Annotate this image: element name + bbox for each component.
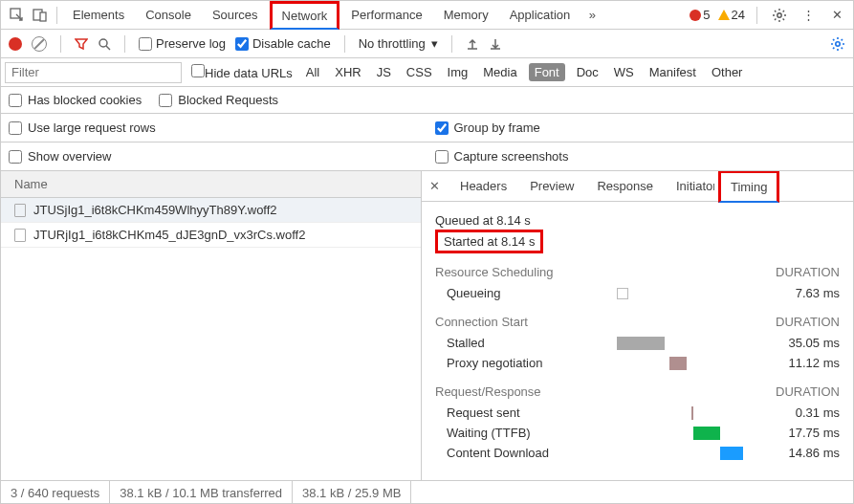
request-row[interactable]: JTURjIg1_i6t8kCHKm45_dJE3gnD_vx3rCs.woff… (1, 223, 421, 248)
chevron-down-icon: ▾ (431, 36, 438, 51)
download-har-icon[interactable] (489, 37, 502, 51)
blocked-requests-checkbox[interactable]: Blocked Requests (159, 93, 278, 107)
download-bar (720, 447, 743, 460)
stalled-value: 35.05 ms (763, 336, 840, 350)
status-resources: 38.1 kB / 25.9 MB (293, 481, 411, 504)
tab-application[interactable]: Application (500, 1, 580, 30)
queueing-label: Queueing (435, 286, 579, 300)
filter-type-xhr[interactable]: XHR (331, 63, 364, 81)
tab-performance[interactable]: Performance (341, 1, 431, 30)
download-label: Content Download (435, 446, 579, 460)
proxy-bar (669, 357, 687, 370)
device-toggle-icon[interactable] (30, 5, 51, 26)
filter-type-media[interactable]: Media (479, 63, 520, 81)
queueing-bar (617, 288, 628, 299)
status-requests: 3 / 640 requests (1, 481, 110, 504)
request-name: JTURjIg1_i6t8kCHKm45_dJE3gnD_vx3rCs.woff… (33, 228, 305, 242)
duration-header: DURATION (776, 315, 840, 329)
file-icon (14, 229, 26, 242)
request-sent-label: Request sent (435, 405, 579, 420)
started-at-label: Started at 8.14 s (435, 230, 543, 253)
close-icon[interactable]: ✕ (826, 5, 847, 26)
hide-data-urls-checkbox[interactable]: Hide data URLs (191, 64, 293, 80)
group-frame-checkbox[interactable]: Group by frame (435, 121, 540, 135)
request-row[interactable]: JTUSjIg1_i6t8kCHKm459WlhyyTh89Y.woff2 (1, 198, 421, 223)
waiting-label: Waiting (TTFB) (435, 426, 579, 440)
section-request-response: Request/Response (435, 384, 541, 399)
download-value: 14.86 ms (763, 446, 840, 460)
queueing-value: 7.63 ms (763, 286, 840, 300)
tab-timing[interactable]: Timing (718, 171, 780, 203)
proxy-value: 11.12 ms (763, 356, 840, 370)
section-connection-start: Connection Start (435, 315, 528, 329)
blocked-cookies-checkbox[interactable]: Has blocked cookies (9, 93, 142, 107)
name-column-header[interactable]: Name (1, 171, 421, 198)
filter-input[interactable] (5, 62, 182, 83)
upload-har-icon[interactable] (466, 37, 479, 51)
waiting-value: 17.75 ms (763, 426, 840, 440)
filter-type-ws[interactable]: WS (610, 63, 638, 81)
request-sent-value: 0.31 ms (763, 405, 840, 420)
error-badge[interactable]: 5 (690, 8, 710, 22)
tab-sources[interactable]: Sources (203, 1, 268, 30)
preserve-log-checkbox[interactable]: Preserve log (139, 36, 226, 51)
section-resource-scheduling: Resource Scheduling (435, 265, 554, 279)
svg-point-4 (99, 39, 107, 47)
svg-point-3 (777, 12, 781, 16)
waiting-bar (693, 427, 720, 440)
filter-type-manifest[interactable]: Manifest (646, 63, 700, 81)
disable-cache-checkbox[interactable]: Disable cache (235, 36, 331, 51)
tab-memory[interactable]: Memory (434, 1, 498, 30)
tab-headers[interactable]: Headers (450, 172, 516, 200)
kebab-icon[interactable]: ⋮ (798, 5, 819, 26)
request-name: JTUSjIg1_i6t8kCHKm459WlhyyTh89Y.woff2 (33, 203, 277, 217)
throttling-select[interactable]: No throttling▾ (359, 36, 438, 51)
search-icon[interactable] (98, 37, 111, 51)
filter-type-other[interactable]: Other (708, 63, 747, 81)
error-count: 5 (703, 8, 710, 22)
tab-response[interactable]: Response (587, 172, 663, 200)
warning-badge[interactable]: 24 (718, 8, 745, 22)
duration-header: DURATION (776, 265, 840, 279)
filter-type-img[interactable]: Img (444, 63, 472, 81)
file-icon (14, 204, 26, 217)
svg-point-6 (836, 41, 840, 45)
tab-console[interactable]: Console (136, 1, 201, 30)
warning-count: 24 (732, 8, 745, 22)
stalled-label: Stalled (435, 336, 579, 350)
proxy-label: Proxy negotiation (435, 356, 579, 370)
tab-initiator[interactable]: Initiator (667, 172, 714, 200)
filter-type-font[interactable]: Font (529, 63, 565, 81)
status-transferred: 38.1 kB / 10.1 MB transferred (110, 481, 293, 504)
inspect-icon[interactable] (7, 5, 28, 26)
duration-header: DURATION (776, 384, 840, 399)
show-overview-checkbox[interactable]: Show overview (9, 149, 111, 164)
capture-screenshots-checkbox[interactable]: Capture screenshots (435, 149, 569, 164)
tab-elements[interactable]: Elements (63, 1, 134, 30)
stalled-bar (617, 337, 665, 350)
filter-type-js[interactable]: JS (373, 63, 395, 81)
tab-network[interactable]: Network (270, 1, 340, 30)
filter-toggle-icon[interactable] (75, 37, 88, 51)
filter-type-all[interactable]: All (302, 63, 323, 81)
clear-button[interactable] (32, 36, 47, 52)
filter-type-doc[interactable]: Doc (573, 63, 602, 81)
svg-rect-2 (40, 12, 46, 21)
close-details-icon[interactable]: ✕ (429, 179, 447, 193)
tab-preview[interactable]: Preview (520, 172, 583, 200)
svg-line-5 (106, 46, 110, 50)
more-tabs-icon[interactable]: » (581, 5, 602, 26)
network-settings-gear-icon[interactable] (830, 36, 845, 52)
record-button[interactable] (9, 37, 22, 51)
queued-at-label: Queued at 8.14 s (435, 211, 840, 230)
large-rows-checkbox[interactable]: Use large request rows (9, 121, 156, 135)
gear-icon[interactable] (769, 5, 790, 26)
filter-type-css[interactable]: CSS (403, 63, 436, 81)
request-sent-bar (691, 406, 693, 420)
